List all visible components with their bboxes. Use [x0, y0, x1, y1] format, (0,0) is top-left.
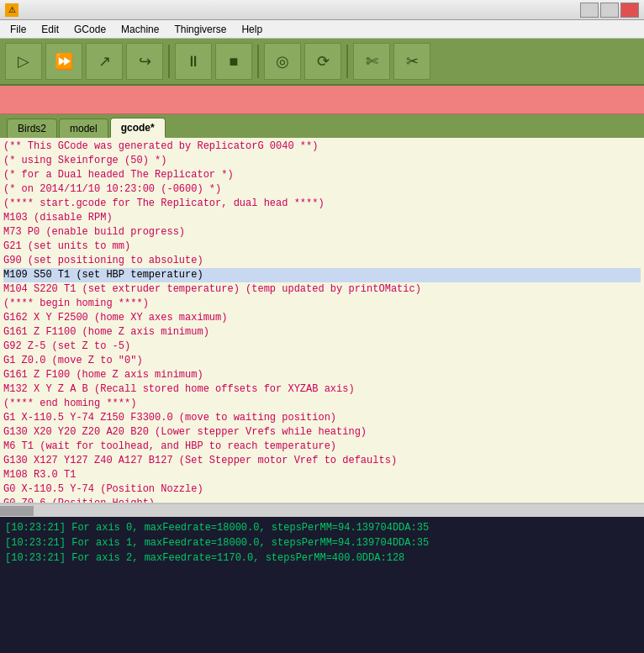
app-icon: ⚠ — [5, 3, 18, 17]
code-line: G130 X20 Y20 Z20 A20 B20 (Lower stepper … — [3, 425, 641, 440]
code-line: M104 S220 T1 (set extruder temperature) … — [3, 282, 641, 297]
code-line: G0 X-110.5 Y-74 (Position Nozzle) — [3, 482, 641, 497]
code-line: (* for a Dual headed The Replicator *) — [3, 168, 641, 182]
open-btn[interactable]: ↗ — [86, 43, 123, 80]
title-left: ⚠ — [5, 3, 24, 17]
code-line: (* on 2014/11/10 10:23:00 (-0600) *) — [3, 182, 641, 197]
code-line: M103 (disable RPM) — [3, 211, 641, 225]
stop-btn[interactable]: ■ — [215, 43, 252, 80]
code-line: G0 Z0.6 (Position Height) — [3, 497, 641, 503]
code-line: (**** start.gcode for The Replicator, du… — [3, 197, 641, 211]
maximize-button[interactable] — [600, 3, 619, 18]
refresh-btn[interactable]: ⟳ — [304, 43, 341, 80]
toolbar: ▷⏩↗↪⏸■◎⟳✄✂ — [0, 39, 644, 86]
console-line: [10:23:21] For axis 2, maxFeedrate=1170.… — [5, 550, 639, 566]
code-line: (**** end homing ****) — [3, 397, 641, 411]
tab-birds2[interactable]: Birds2 — [7, 118, 57, 138]
pause-btn[interactable]: ⏸ — [175, 43, 212, 80]
code-line: M6 T1 (wait for toolhead, and HBP to rea… — [3, 440, 641, 454]
horizontal-scrollbar[interactable] — [0, 503, 644, 517]
code-line: M108 R3.0 T1 — [3, 468, 641, 482]
console-output: [10:23:21] For axis 0, maxFeedrate=18000… — [0, 517, 644, 653]
loop-btn[interactable]: ◎ — [264, 43, 301, 80]
code-line: G130 X127 Y127 Z40 A127 B127 (Set Steppe… — [3, 454, 641, 468]
code-line: G161 Z F100 (home Z axis minimum) — [3, 368, 641, 382]
toolbar-separator — [168, 45, 170, 78]
code-line: (** This GCode was generated by Replicat… — [3, 140, 641, 154]
menu-item-machine[interactable]: Machine — [114, 22, 166, 37]
toolbar-separator — [257, 45, 259, 78]
console-line: [10:23:21] For axis 1, maxFeedrate=18000… — [5, 535, 639, 550]
scissors-btn[interactable]: ✄ — [353, 43, 390, 80]
menu-item-file[interactable]: File — [3, 22, 33, 37]
tab-gcode[interactable]: gcode* — [110, 118, 166, 138]
menu-bar: FileEditGCodeMachineThingiverseHelp — [0, 20, 644, 39]
title-bar: ⚠ — [0, 0, 644, 20]
code-line: G1 Z0.0 (move Z to "0") — [3, 354, 641, 368]
console-line: [10:23:21] For axis 0, maxFeedrate=18000… — [5, 520, 639, 535]
menu-item-edit[interactable]: Edit — [34, 22, 66, 37]
tab-model[interactable]: model — [59, 118, 108, 138]
toolbar-separator — [346, 45, 348, 78]
code-line: G162 X Y F2500 (home XY axes maximum) — [3, 311, 641, 325]
code-line: G90 (set positioning to absolute) — [3, 254, 641, 268]
minimize-button[interactable] — [580, 3, 599, 18]
code-line: G21 (set units to mm) — [3, 240, 641, 254]
build-btn[interactable]: ▷ — [5, 43, 42, 80]
menu-item-help[interactable]: Help — [235, 22, 269, 37]
main-container: (** This GCode was generated by Replicat… — [0, 138, 644, 653]
close-button[interactable] — [620, 3, 639, 18]
code-line: M132 X Y Z A B (Recall stored home offse… — [3, 382, 641, 397]
export-btn[interactable]: ↪ — [126, 43, 163, 80]
menu-item-thingiverse[interactable]: Thingiverse — [167, 22, 233, 37]
menu-item-gcode[interactable]: GCode — [67, 22, 113, 37]
gcode-editor[interactable]: (** This GCode was generated by Replicat… — [0, 138, 644, 503]
cut-btn[interactable]: ✂ — [393, 43, 430, 80]
code-line: M73 P0 (enable build progress) — [3, 225, 641, 240]
tab-bar: Birds2modelgcode* — [0, 114, 644, 138]
code-line: G1 X-110.5 Y-74 Z150 F3300.0 (move to wa… — [3, 411, 641, 425]
code-line: (* using Skeinforge (50) *) — [3, 154, 641, 168]
fast-print-btn[interactable]: ⏩ — [45, 43, 82, 80]
status-bar — [0, 86, 644, 114]
code-line: G161 Z F1100 (home Z axis minimum) — [3, 325, 641, 340]
code-line: M109 S50 T1 (set HBP temperature) — [3, 268, 641, 282]
window-controls — [580, 3, 639, 18]
code-line: (**** begin homing ****) — [3, 297, 641, 311]
code-line: G92 Z-5 (set Z to -5) — [3, 340, 641, 354]
